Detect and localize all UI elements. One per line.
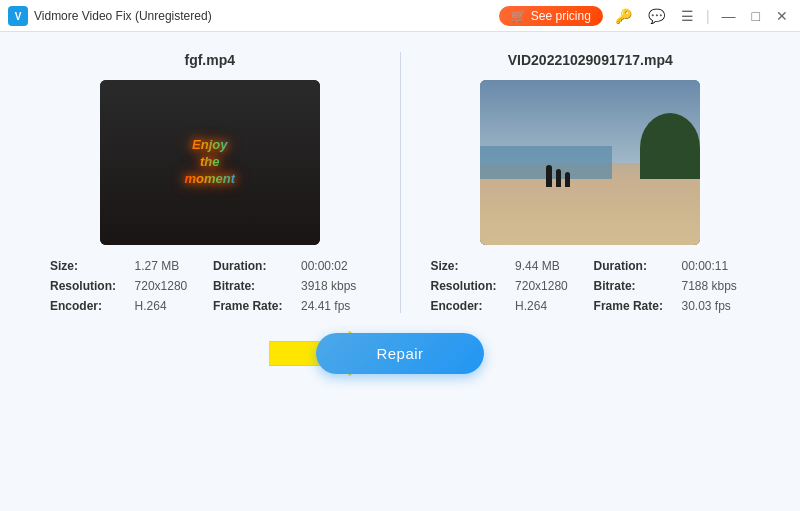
pricing-label: See pricing: [531, 9, 591, 23]
right-video-info: Size: 9.44 MB Duration: 00:00:11 Resolut…: [421, 259, 761, 313]
left-resolution-label: Resolution:: [50, 279, 125, 293]
pricing-button[interactable]: 🛒 See pricing: [499, 6, 603, 26]
left-thumbnail: Enjoythemoment: [100, 80, 320, 245]
right-bitrate-value: 7188 kbps: [681, 279, 750, 293]
right-thumbnail: [480, 80, 700, 245]
trees-graphic: [640, 113, 700, 183]
beach-graphic: [480, 179, 700, 245]
right-framerate-value: 30.03 fps: [681, 299, 750, 313]
left-duration-value: 00:00:02: [301, 259, 370, 273]
right-resolution-value: 720x1280: [515, 279, 584, 293]
key-icon[interactable]: 🔑: [611, 6, 636, 26]
maximize-button[interactable]: □: [748, 6, 764, 26]
svg-text:V: V: [15, 11, 22, 22]
minimize-button[interactable]: —: [718, 6, 740, 26]
window-controls: 🔑 💬 ☰ | — □ ✕: [611, 6, 792, 26]
right-duration-value: 00:00:11: [681, 259, 750, 273]
title-bar: V Vidmore Video Fix (Unregistered) 🛒 See…: [0, 0, 800, 32]
videos-row: fgf.mp4 Enjoythemoment Size: 1.27 MB Dur…: [40, 52, 760, 313]
people-graphic: [546, 165, 570, 187]
right-framerate-label: Frame Rate:: [594, 299, 672, 313]
right-encoder-value: H.264: [515, 299, 584, 313]
left-size-value: 1.27 MB: [135, 259, 204, 273]
app-logo: V: [8, 6, 28, 26]
menu-icon[interactable]: ☰: [677, 6, 698, 26]
panel-divider: [400, 52, 401, 313]
right-resolution-label: Resolution:: [431, 279, 506, 293]
main-content: fgf.mp4 Enjoythemoment Size: 1.27 MB Dur…: [0, 32, 800, 511]
message-icon[interactable]: 💬: [644, 6, 669, 26]
left-framerate-value: 24.41 fps: [301, 299, 370, 313]
left-video-panel: fgf.mp4 Enjoythemoment Size: 1.27 MB Dur…: [40, 52, 380, 313]
left-duration-label: Duration:: [213, 259, 291, 273]
right-video-panel: VID20221029091717.mp4 Size:: [421, 52, 761, 313]
repair-button[interactable]: Repair: [316, 333, 483, 374]
right-size-value: 9.44 MB: [515, 259, 584, 273]
right-filename: VID20221029091717.mp4: [508, 52, 673, 68]
close-button[interactable]: ✕: [772, 6, 792, 26]
app-title: Vidmore Video Fix (Unregistered): [34, 9, 499, 23]
left-bitrate-label: Bitrate:: [213, 279, 291, 293]
left-bitrate-value: 3918 kbps: [301, 279, 370, 293]
right-encoder-label: Encoder:: [431, 299, 506, 313]
left-filename: fgf.mp4: [184, 52, 235, 68]
right-size-label: Size:: [431, 259, 506, 273]
neon-text-graphic: Enjoythemoment: [184, 137, 235, 188]
left-size-label: Size:: [50, 259, 125, 273]
right-bitrate-label: Bitrate:: [594, 279, 672, 293]
arrow-wrapper: Repair: [316, 333, 483, 374]
bottom-section: Repair: [40, 333, 760, 374]
left-encoder-value: H.264: [135, 299, 204, 313]
left-encoder-label: Encoder:: [50, 299, 125, 313]
right-duration-label: Duration:: [594, 259, 672, 273]
left-resolution-value: 720x1280: [135, 279, 204, 293]
left-video-info: Size: 1.27 MB Duration: 00:00:02 Resolut…: [40, 259, 380, 313]
separator: |: [706, 8, 710, 24]
left-framerate-label: Frame Rate:: [213, 299, 291, 313]
cart-icon: 🛒: [511, 9, 526, 23]
